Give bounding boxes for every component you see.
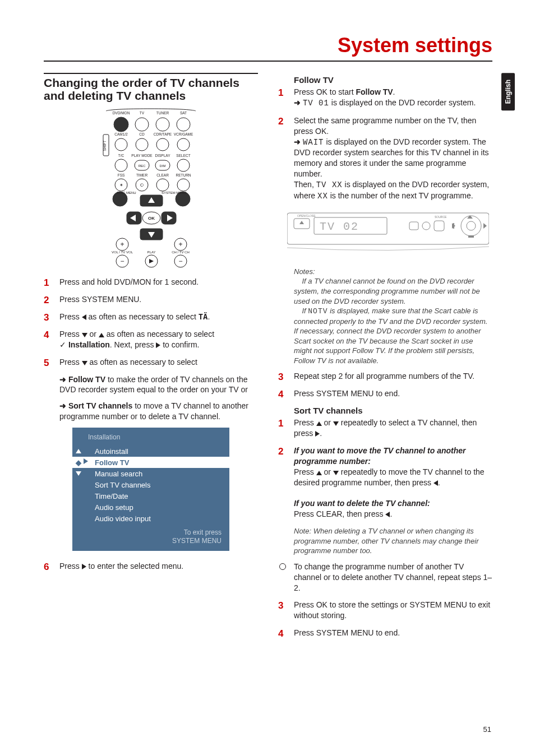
sort-step-4: Press SYSTEM MENU to end. [278, 628, 492, 638]
svg-text:OK: OK [148, 216, 155, 221]
svg-text:−: − [120, 257, 124, 265]
svg-text:DIM: DIM [160, 164, 166, 168]
svg-text:PLAY: PLAY [147, 251, 156, 254]
svg-text:REC: REC [139, 164, 146, 168]
svg-rect-72 [434, 221, 444, 231]
left-column: Changing the order of TV channels and de… [44, 73, 258, 645]
svg-text:DVD/MON: DVD/MON [113, 111, 130, 115]
svg-text:VOL / TV VOL: VOL / TV VOL [112, 251, 133, 254]
svg-text:RETURN: RETURN [176, 173, 191, 177]
up-arrow-icon [316, 421, 322, 426]
svg-marker-62 [149, 259, 154, 263]
svg-text:FSS: FSS [118, 173, 125, 177]
svg-rect-80 [468, 235, 474, 238]
svg-point-2 [156, 118, 169, 131]
remote-illustration: DVD/MON TV TUNER SAT SHIFT CAM1/2 CD CDR… [86, 106, 215, 269]
svg-point-9 [115, 159, 127, 171]
svg-marker-67 [299, 221, 304, 224]
osd-menu-footer: To exit pressSYSTEM MENU [72, 524, 229, 546]
svg-text:TV: TV [140, 111, 145, 115]
right-arrow-icon [315, 431, 320, 437]
svg-text:TUNER: TUNER [156, 111, 169, 115]
svg-point-74 [467, 221, 476, 230]
step-6: Press to enter the selected menu. [44, 561, 258, 572]
step-4: Press or as often as necessary to select… [44, 329, 258, 350]
svg-text:SHIFT: SHIFT [103, 141, 107, 151]
section-heading-change-order: Changing the order of TV channels and de… [44, 73, 258, 102]
svg-point-73 [461, 216, 481, 236]
sort-step-1: Press or repeatedly to select a TV chann… [278, 418, 492, 439]
svg-text:⏲: ⏲ [140, 183, 144, 188]
svg-text:VCR/GAME: VCR/GAME [174, 132, 193, 136]
svg-text:PLAY MODE: PLAY MODE [131, 154, 153, 157]
step-5: Press as often as necessary to select [44, 357, 258, 368]
right-arrow-icon [82, 564, 86, 569]
svg-point-1 [135, 118, 149, 131]
left-arrow-icon [433, 480, 438, 486]
svg-text:DISPLAY: DISPLAY [155, 154, 171, 157]
down-arrow-icon [333, 471, 339, 475]
sort-step-2: If you want to move the TV channel to an… [278, 446, 492, 520]
language-tab: English [501, 73, 515, 110]
page-number: 51 [483, 725, 491, 734]
down-arrow-icon [333, 421, 339, 426]
svg-text:SAT: SAT [180, 111, 187, 115]
follow-step-4: Press SYSTEM MENU to end. [278, 388, 492, 399]
svg-text:TIMER: TIMER [136, 173, 148, 177]
osd-menu-item: Time/Date [72, 490, 229, 502]
follow-step-3: Repeat step 2 for all programme numbers … [278, 371, 492, 382]
svg-text:SOURCE: SOURCE [435, 215, 447, 219]
svg-marker-77 [483, 223, 487, 229]
svg-point-71 [422, 222, 430, 230]
svg-text:OPEN/CLOSE: OPEN/CLOSE [297, 214, 316, 217]
svg-point-12 [177, 159, 190, 171]
svg-point-6 [156, 138, 169, 151]
svg-text:SYSTEM MENU: SYSTEM MENU [162, 191, 186, 194]
step-2: Press SYSTEM MENU. [44, 294, 258, 305]
follow-step-2: Select the same programme number on the … [278, 115, 492, 202]
svg-text:CH / TV CH: CH / TV CH [172, 251, 190, 254]
left-arrow-icon [82, 314, 86, 320]
page-title: System settings [44, 34, 492, 62]
svg-text:+: + [120, 240, 124, 248]
svg-text:✶: ✶ [119, 183, 123, 188]
svg-point-0 [114, 117, 128, 132]
step-1: Press and hold DVD/MON for 1 second. [44, 277, 258, 287]
svg-point-16 [177, 179, 190, 191]
step-3: Press as often as necessary to select TÄ… [44, 312, 258, 322]
page-content: System settings Changing the order of TV… [44, 34, 492, 645]
osd-menu-item: Autoinstall [72, 446, 229, 457]
down-arrow-icon [82, 333, 87, 337]
up-arrow-icon [99, 333, 104, 337]
checkmark-icon: ✓ [59, 340, 68, 349]
step-5-sort-tv: ➜ Sort TV channels to move a TV channel … [59, 401, 258, 422]
svg-point-5 [136, 138, 148, 151]
sort-note: Note: When deleting a TV channel or when… [294, 526, 492, 556]
osd-menu-item: Audio setup [72, 502, 229, 513]
svg-point-7 [177, 138, 190, 151]
svg-text:CLEAR: CLEAR [156, 173, 169, 177]
svg-text:−: − [178, 257, 182, 265]
svg-text:+: + [178, 240, 182, 248]
svg-text:CDR/TAPE: CDR/TAPE [154, 132, 172, 136]
svg-text:CAM1/2: CAM1/2 [114, 132, 128, 136]
osd-menu-item: Audio video input [72, 513, 229, 524]
down-arrow-icon [82, 361, 87, 365]
osd-menu-installation: Installation Autoinstall ◆Follow TV Manu… [72, 428, 229, 551]
step-5-follow-tv: ➜ Follow TV to make the order of TV chan… [59, 374, 258, 396]
sort-step-3: Press OK to store the settings or SYSTEM… [278, 600, 492, 621]
osd-menu-title: Installation [72, 432, 229, 446]
osd-menu-item: Sort TV channels [72, 479, 229, 490]
follow-step-1: Press OK to start Follow TV. ➜ TV 01 is … [278, 87, 492, 109]
svg-point-4 [115, 138, 127, 151]
notes-block: Notes: If a TV channel cannot be found o… [294, 267, 492, 365]
svg-rect-76 [453, 223, 454, 229]
device-illustration: TV 02 OPEN/CLOSE SOURCE [287, 208, 489, 259]
svg-point-3 [177, 118, 190, 131]
svg-text:CD: CD [139, 132, 145, 136]
svg-text:SELECT: SELECT [176, 154, 190, 157]
installation-icon: TÄ [199, 312, 208, 322]
svg-text:DISC MENU: DISC MENU [117, 191, 136, 194]
osd-menu-item-selected: ◆Follow TV [72, 457, 229, 468]
svg-rect-70 [409, 222, 418, 230]
